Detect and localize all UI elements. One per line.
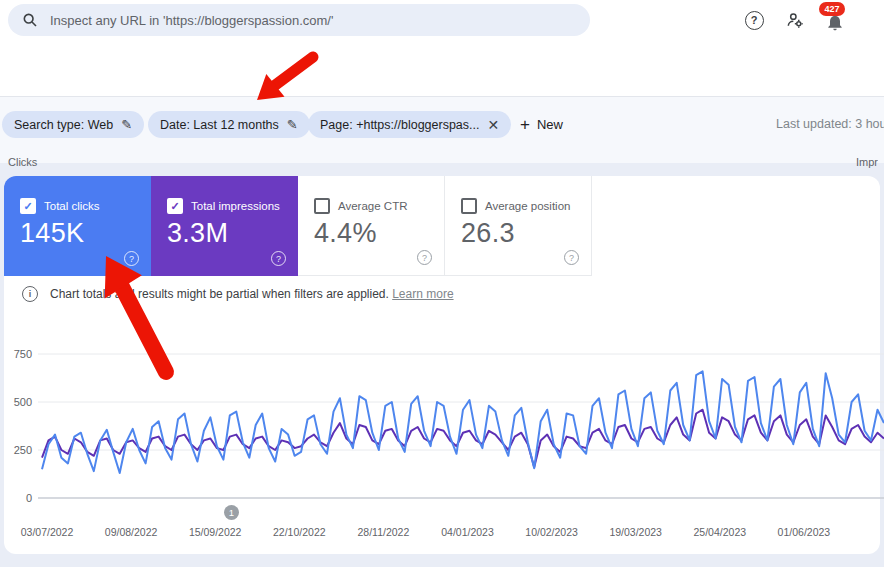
x-tick-label: 03/07/2022 (21, 526, 74, 538)
notification-count-badge: 427 (819, 2, 845, 16)
metric-value: 3.3M (167, 218, 228, 249)
edit-pencil-icon[interactable]: ✎ (121, 118, 132, 131)
info-icon: i (22, 286, 38, 302)
search-placeholder: Inspect any URL in 'https://bloggerspass… (50, 13, 333, 28)
y-tick-label: 250 (2, 444, 32, 456)
partial-data-notice: i Chart totals and results might be part… (22, 286, 454, 302)
new-filter-button[interactable]: + New (520, 111, 563, 138)
x-tick-label: 28/11/2022 (358, 526, 410, 538)
x-tick-label: 25/04/2023 (694, 526, 747, 538)
filter-chip-label: Date: Last 12 months (160, 118, 279, 132)
metric-value: 145K (20, 218, 84, 249)
x-tick-label: 04/01/2023 (441, 526, 494, 538)
metric-label: Total clicks (44, 200, 100, 212)
url-inspect-search-bar[interactable]: Inspect any URL in 'https://bloggerspass… (8, 4, 590, 36)
page-header: Performance on Search results (0, 40, 884, 96)
average-ctr-checkbox[interactable] (314, 198, 330, 214)
metric-cards-row: ✓ Total clicks 145K ? ✓ Total impression… (4, 176, 592, 276)
performance-report-card: ✓ Total clicks 145K ? ✓ Total impression… (4, 176, 880, 554)
metric-help-icon[interactable]: ? (124, 251, 139, 266)
metric-help-icon[interactable]: ? (417, 250, 432, 265)
x-tick-label: 09/08/2022 (105, 526, 158, 538)
user-settings-button[interactable] (784, 9, 806, 31)
metric-label: Average CTR (338, 200, 407, 212)
left-axis-title: Clicks (8, 156, 37, 168)
total-impressions-checkbox[interactable]: ✓ (167, 198, 183, 214)
metric-card-total-impressions[interactable]: ✓ Total impressions 3.3M ? (151, 176, 298, 276)
help-icon: ? (745, 11, 764, 30)
metric-label: Total impressions (191, 200, 280, 212)
metric-value: 26.3 (461, 218, 515, 249)
metric-card-total-clicks[interactable]: ✓ Total clicks 145K ? (4, 176, 151, 276)
remove-filter-icon[interactable]: ✕ (487, 118, 499, 132)
x-tick-label: 15/09/2022 (189, 526, 242, 538)
learn-more-link[interactable]: Learn more (392, 287, 453, 301)
metric-help-icon[interactable]: ? (271, 251, 286, 266)
last-updated-text: Last updated: 3 hou (776, 117, 884, 131)
filter-chip-search-type[interactable]: Search type: Web ✎ (2, 111, 144, 138)
metric-value: 4.4% (314, 218, 377, 249)
notice-text: Chart totals and results might be partia… (50, 287, 389, 301)
right-axis-title: Impre (856, 156, 878, 168)
edit-pencil-icon[interactable]: ✎ (287, 118, 298, 131)
y-tick-label: 750 (2, 348, 32, 360)
plus-icon: + (520, 116, 530, 133)
help-button[interactable]: ? (743, 9, 765, 31)
metric-label: Average position (485, 200, 570, 212)
average-position-checkbox[interactable] (461, 198, 477, 214)
search-icon (22, 12, 38, 28)
filter-chip-label: Search type: Web (14, 118, 113, 132)
filter-chip-label: Page: +https://bloggerspas... (320, 118, 479, 132)
x-tick-label: 19/03/2023 (609, 526, 662, 538)
x-tick-label: 01/06/2023 (778, 526, 831, 538)
chart-annotation-marker[interactable]: 1 (224, 505, 239, 520)
new-filter-label: New (537, 117, 563, 132)
metric-card-average-position[interactable]: Average position 26.3 ? (445, 176, 592, 276)
x-tick-label: 22/10/2022 (273, 526, 326, 538)
x-tick-label: 10/02/2023 (525, 526, 578, 538)
top-bar: Inspect any URL in 'https://bloggerspass… (0, 0, 884, 40)
filter-chip-date[interactable]: Date: Last 12 months ✎ (148, 111, 310, 138)
user-gear-icon (785, 10, 805, 30)
y-tick-label: 500 (2, 396, 32, 408)
metric-help-icon[interactable]: ? (564, 250, 579, 265)
total-clicks-checkbox[interactable]: ✓ (20, 198, 36, 214)
y-tick-label: 0 (2, 492, 32, 504)
filter-chip-page[interactable]: Page: +https://bloggerspas... ✕ (308, 111, 511, 138)
filter-bar: Search type: Web ✎ Date: Last 12 months … (0, 97, 884, 163)
metric-card-average-ctr[interactable]: Average CTR 4.4% ? (298, 176, 445, 276)
